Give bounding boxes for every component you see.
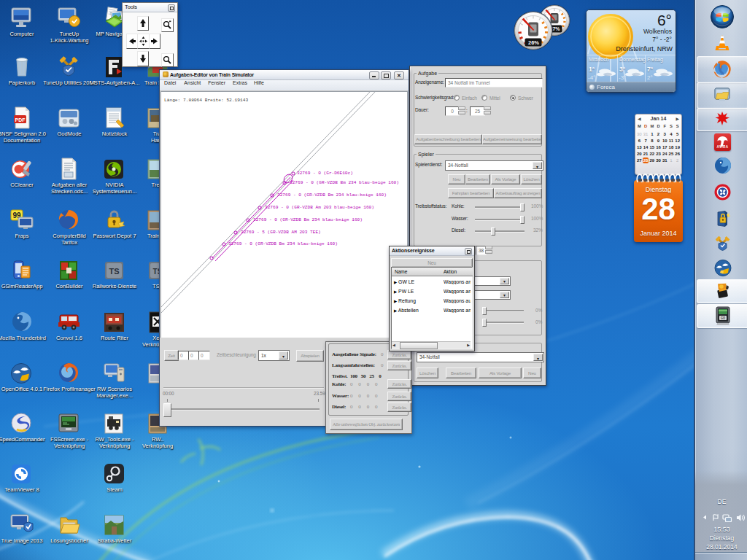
svg-text:26%: 26% <box>528 39 539 46</box>
svg-text:PDF: PDF <box>15 117 26 122</box>
svg-text:GO: GO <box>721 316 725 321</box>
svg-text:32769 - 0 (Gr-D6E10c): 32769 - 0 (Gr-D6E10c) <box>297 171 353 176</box>
svg-text:TS: TS <box>109 267 119 276</box>
svg-text:32769 - 0 (GR-VZDB Bm 234 blau: 32769 - 0 (GR-VZDB Bm 234 blau-beige 160… <box>290 180 399 185</box>
svg-text:32769 - 0 (GR-VZDB Am 203 blau: 32769 - 0 (GR-VZDB Am 203 blau-beige 160… <box>265 205 374 210</box>
svg-text:32769 - 5 (GR-VZDB AM 203 TEE): 32769 - 5 (GR-VZDB AM 203 TEE) <box>241 230 321 235</box>
svg-text:32769 - 0 (GR-VZDB Bm 234 blau: 32769 - 0 (GR-VZDB Bm 234 blau-beige 160… <box>228 241 338 246</box>
svg-text:32769 - 0 (GR-VZDB Bm 234 blau: 32769 - 0 (GR-VZDB Bm 234 blau-beige 160… <box>253 217 363 222</box>
svg-text:32769 - 0 (GR-VZDB Bm 234 blau: 32769 - 0 (GR-VZDB Bm 234 blau-beige 160… <box>277 192 387 198</box>
svg-text:Länge: 7.88064 Breite: 52.1914: Länge: 7.88064 Breite: 52.19143 <box>164 98 248 103</box>
